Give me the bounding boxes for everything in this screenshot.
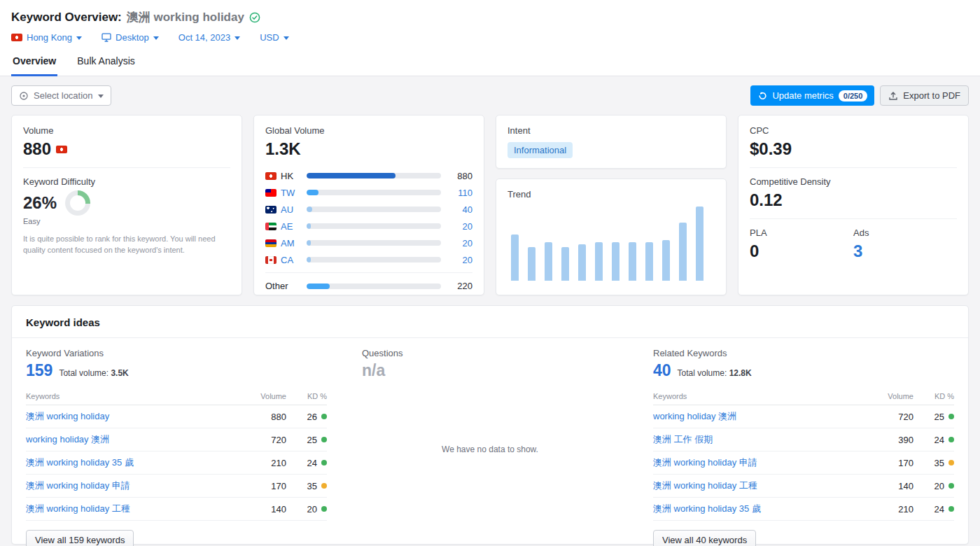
table-row: 澳洲 working holiday 工種14020 [653, 475, 954, 498]
country-flag-icon [265, 256, 276, 264]
country-volume: 880 [446, 171, 472, 181]
country-volume-link[interactable]: 110 [446, 188, 472, 198]
related-keywords-column: Related Keywords 40 Total volume: 12.8K … [653, 348, 954, 546]
global-volume-row: AU 40 [265, 201, 472, 218]
keyword-link[interactable]: 澳洲 working holiday 35 歲 [653, 503, 761, 514]
intent-trend-column: Intent Informational Trend [496, 115, 727, 295]
hk-flag-icon [56, 146, 67, 153]
volume-bar-fill [307, 223, 311, 229]
keyword-link[interactable]: 澳洲 working holiday 申請 [26, 480, 130, 491]
chevron-down-icon [98, 94, 104, 98]
country-volume-link[interactable]: 20 [446, 238, 472, 248]
update-metrics-button[interactable]: Update metrics 0/250 [750, 85, 874, 106]
volume-bar-track [307, 173, 441, 178]
related-keywords-label: Related Keywords [653, 348, 954, 358]
view-all-related-button[interactable]: View all 40 keywords [653, 530, 756, 546]
table-row: 澳洲 working holiday 申請17035 [653, 451, 954, 475]
trend-card: Trend [496, 178, 727, 295]
country-code-link[interactable]: AE [281, 221, 293, 232]
volume-cell: 390 [864, 428, 913, 451]
keyword-link[interactable]: working holiday 澳洲 [26, 434, 109, 444]
keyword-link[interactable]: 澳洲 working holiday 工種 [653, 480, 757, 491]
kd-value: 20 [307, 504, 317, 514]
chevron-down-icon [153, 36, 159, 40]
global-volume-row: AE 20 [265, 218, 472, 234]
trend-bar [528, 247, 536, 281]
pla-value: 0 [750, 241, 759, 261]
country-code: HK [281, 171, 293, 181]
location-filter[interactable]: Hong Kong [11, 32, 82, 43]
country-volume-link[interactable]: 20 [446, 221, 472, 232]
keyword-link[interactable]: working holiday 澳洲 [653, 411, 736, 421]
divider [750, 167, 957, 168]
country-code-link[interactable]: TW [281, 188, 295, 198]
device-filter-label: Desktop [115, 32, 149, 43]
kd-dot [321, 460, 327, 465]
related-keywords-table: Keywords Volume KD % working holiday 澳洲7… [653, 388, 954, 521]
cpc-value: $0.39 [750, 139, 792, 159]
column-header-kd: KD % [913, 388, 954, 405]
currency-filter[interactable]: USD [260, 32, 288, 43]
intent-label: Intent [507, 125, 715, 136]
trend-bar [545, 242, 552, 281]
date-filter-label: Oct 14, 2023 [178, 32, 230, 43]
keyword-variations-column: Keyword Variations 159 Total volume: 3.5… [26, 348, 327, 546]
keyword-link[interactable]: 澳洲 working holiday 申請 [653, 457, 757, 468]
tab-overview[interactable]: Overview [11, 52, 57, 76]
country-code-link[interactable]: CA [281, 255, 293, 265]
keyword-link[interactable]: 澳洲 working holiday [26, 411, 109, 421]
column-header-keywords: Keywords [653, 388, 864, 405]
keyword-difficulty-level: Easy [23, 217, 230, 225]
verified-check-icon [249, 12, 260, 23]
total-volume-value: 3.5K [111, 368, 128, 378]
select-location-dropdown[interactable]: Select location [11, 85, 111, 106]
currency-filter-label: USD [260, 32, 279, 43]
trend-bar [561, 247, 569, 281]
questions-column: Questions n/a We have no data to show. [362, 348, 618, 546]
kd-dot [321, 483, 327, 489]
toolbar: Select location Update metrics 0/250 Exp… [11, 85, 969, 106]
device-filter[interactable]: Desktop [102, 32, 159, 43]
country-volume-link[interactable]: 20 [446, 255, 472, 265]
kd-value: 20 [934, 481, 944, 491]
ads-value-link[interactable]: 3 [853, 241, 862, 261]
keyword-link[interactable]: 澳洲 工作 假期 [653, 434, 713, 444]
country-volume-link[interactable]: 40 [446, 204, 472, 215]
date-filter[interactable]: Oct 14, 2023 [178, 32, 240, 43]
country-code-link[interactable]: AU [281, 204, 293, 215]
desktop-icon [102, 33, 111, 42]
select-location-label: Select location [34, 90, 93, 101]
keyword-link[interactable]: 澳洲 working holiday 工種 [26, 503, 130, 514]
column-header-volume: Volume [864, 388, 913, 405]
view-all-variations-button[interactable]: View all 159 keywords [26, 530, 134, 546]
tab-bar: Overview Bulk Analysis [0, 52, 980, 76]
export-to-pdf-button[interactable]: Export to PDF [880, 85, 969, 106]
competitive-density-value: 0.12 [750, 190, 783, 210]
volume-cell: 170 [237, 475, 286, 498]
table-row: working holiday 澳洲72025 [26, 428, 327, 451]
table-row: working holiday 澳洲72025 [653, 405, 954, 428]
update-metrics-quota-badge: 0/250 [839, 90, 868, 102]
volume-bar-fill [307, 206, 312, 212]
volume-bar-fill [307, 284, 330, 289]
kd-dot [948, 460, 954, 465]
total-volume-label: Total volume: [59, 368, 108, 378]
kd-dot [948, 506, 954, 512]
empty-state-message: We have no data to show. [442, 444, 538, 454]
tab-bulk-analysis[interactable]: Bulk Analysis [76, 52, 136, 76]
metric-cards-row: Volume 880 Keyword Difficulty 26% Easy I… [11, 115, 969, 295]
volume-bar-track [307, 257, 441, 262]
trend-bar [696, 206, 704, 281]
volume-bar-track [307, 190, 441, 195]
trend-label: Trend [507, 189, 715, 200]
volume-bar-fill [307, 257, 311, 262]
location-target-icon [19, 91, 29, 101]
other-volume: 220 [446, 281, 472, 291]
country-code-link[interactable]: AM [281, 238, 295, 248]
country-flag-icon [265, 189, 276, 197]
global-volume-label: Global Volume [265, 125, 472, 136]
volume-value: 880 [23, 139, 51, 159]
competitive-density-label: Competitive Density [750, 176, 957, 187]
trend-bar [578, 244, 586, 281]
keyword-link[interactable]: 澳洲 working holiday 35 歲 [26, 457, 134, 468]
